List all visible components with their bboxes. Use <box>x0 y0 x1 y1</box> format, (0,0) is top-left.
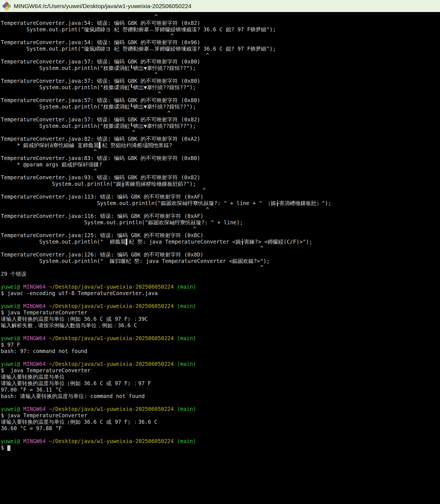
terminal-line <box>1 432 440 438</box>
terminal-line: 请输入要转换的温度与单位（例如 36.6 C 或 97 F）：39C <box>1 316 440 322</box>
terminal-line: $ java TemperatureConverter <box>1 412 440 419</box>
terminal-caret-line: ^ <box>1 91 440 97</box>
terminal-line: TemperatureConverter.java:125: 错误: 编码 GB… <box>1 232 440 239</box>
terminal-line: 36.60 °C = 97.88 °F <box>1 425 440 432</box>
terminal-caret-line: ^ <box>1 187 440 194</box>
terminal-caret-line: ^ <box>1 264 440 271</box>
terminal-line <box>1 296 440 303</box>
terminal-line: 请输入要转换的温度与单位（例如 36.6 C 或 97 F）：97 F <box>1 380 440 387</box>
terminal-line: System.out.println("杈撳叆涓虹┖锛岀▼搴忓皢??鍑恒??")… <box>1 123 440 129</box>
terminal-line: System.out.println("鏂囦欢琛屾牸寮忛敊璇?: " + lin… <box>1 219 440 226</box>
terminal-prompt-line: yuwei@ MINGW64 ~/Desktop/java/w1-yuweixi… <box>1 438 440 444</box>
terminal-prompt-line: yuwei@ MINGW64 ~/Desktop/java/w1-yuweixi… <box>1 335 440 342</box>
terminal-caret-line: ^ <box>1 110 440 116</box>
window-title: MINGW64:/c/Users/yuwei/Desktop/java/w1-y… <box>14 3 191 10</box>
terminal-line: TemperatureConverter.java:93: 错误: 编码 GBK… <box>1 174 440 181</box>
terminal-caret-line: ^ <box>1 13 440 20</box>
terminal-line: TemperatureConverter.java:57: 错误: 编码 GBK… <box>1 97 440 103</box>
terminal-line: $ java TemperatureConverter <box>1 367 440 374</box>
terminal-line: TemperatureConverter.java:113: 错误: 编码 GB… <box>1 194 440 200</box>
terminal-line: $ 97 F <box>1 342 440 348</box>
terminal-line <box>1 399 440 406</box>
terminal-prompt-line: yuwei@ MINGW64 ~/Desktop/java/w1-yuweixi… <box>1 406 440 412</box>
terminal-line: System.out.println("杈撳叆涓虹┖锛岀▼搴忓皢??鍑恒??")… <box>1 103 440 110</box>
terminal-line: * @param args 鍛戒护琛屽弬鏁? <box>1 161 440 168</box>
terminal-line: TemperatureConverter.java:57: 错误: 编码 GBK… <box>1 58 440 65</box>
terminal-cursor[interactable] <box>7 445 10 451</box>
terminal-caret-line: ^ <box>1 206 440 213</box>
terminal-caret-line: ^ <box>1 71 440 78</box>
terminal-line: System.out.println("杈撳叆涓虹┖锛岀▼搴忓皢??鍑恒??")… <box>1 65 440 71</box>
terminal-line: TemperatureConverter.java:57: 错误: 编码 GBK… <box>1 78 440 84</box>
terminal-line: 请输入要转换的温度与单位（例如 36.6 C 或 97 F）：36.6 C <box>1 419 440 425</box>
terminal-caret-line: ^ <box>1 33 440 39</box>
terminal-line: System.out.println("杈撳叆涓虹┖锛岀▼搴忓皢??鍑恒??")… <box>1 84 440 91</box>
terminal-caret-line: ^ <box>1 129 440 136</box>
terminal-line: TemperatureConverter.java:54: 错误: 编码 GBK… <box>1 39 440 46</box>
terminal-line: * 鍛戒护琛屽ā寮忔細鏀 寔鍗曟晨▌杞 嶅鎴栨枃浠舵壒閲忚浆鎹? <box>1 142 440 149</box>
terminal-line: TemperatureConverter.java:54: 错误: 编码 GBK… <box>1 20 440 26</box>
terminal-line: $ javac -encoding utf-8 TemperatureConve… <box>1 290 440 296</box>
titlebar[interactable]: MINGW64:/c/Users/yuwei/Desktop/java/w1-y… <box>0 0 440 12</box>
terminal-line: 97.00 °F = 36.11 °C <box>1 387 440 393</box>
terminal-prompt-line: yuwei@ MINGW64 ~/Desktop/java/w1-yuweixi… <box>1 284 440 290</box>
terminal-line: System.out.print("璇疯緭鍏ヨ 杞 嶅鐨勬俯搴︿笌鍗曚綅锛堜緥濡… <box>1 46 440 52</box>
terminal-line <box>1 354 440 361</box>
terminal-caret-line: ^ <box>1 52 440 58</box>
terminal-line: bash: 97: command not found <box>1 348 440 354</box>
terminal-caret-line: ^ <box>1 149 440 155</box>
terminal-line: System.out.println(" 鎵归噺杞 嶅: java Temper… <box>1 258 440 264</box>
terminal-line: $ <box>1 444 440 451</box>
terminal-line: 请输入要转换的温度与单位 <box>1 374 440 380</box>
terminal-line: TemperatureConverter.java:116: 错误: 编码 GB… <box>1 213 440 219</box>
terminal-line: System.out.print("璇疯緭鍏ヨ 杞 嶅鐨勬俯搴︿笌鍗曚綅锛堜緥濡… <box>1 26 440 33</box>
terminal-line: TemperatureConverter.java:82: 错误: 编码 GBK… <box>1 136 440 142</box>
terminal-prompt-line: yuwei@ MINGW64 ~/Desktop/java/w1-yuweixi… <box>1 361 440 367</box>
terminal-line: 输入解析失败，请按示例输入数值与单位，例如：36.6 C <box>1 322 440 329</box>
terminal-line: 29 个错误 <box>1 271 440 277</box>
terminal-line <box>1 277 440 284</box>
terminal-caret-line: ^ <box>1 168 440 174</box>
terminal-lines: ^TemperatureConverter.java:54: 错误: 编码 GB… <box>1 13 440 451</box>
terminal-line: System.out.println(" 鍗曟晨▌杞 嶅: java Tempe… <box>1 239 440 245</box>
terminal-line <box>1 329 440 335</box>
terminal[interactable]: ^TemperatureConverter.java:54: 错误: 编码 GB… <box>0 12 440 451</box>
terminal-prompt-line: yuwei@ MINGW64 ~/Desktop/java/w1-yuweixi… <box>1 303 440 309</box>
msys2-icon <box>3 2 11 10</box>
terminal-caret-line: ^ <box>1 245 440 251</box>
terminal-caret-line: ^ <box>1 226 440 232</box>
terminal-line: TemperatureConverter.java:57: 错误: 编码 GBK… <box>1 116 440 123</box>
terminal-line: System.out.println("娓╁害鍊煎繀椤绘槸鏁板瓧銆?"); <box>1 181 440 187</box>
terminal-line: TemperatureConverter.java:83: 错误: 编码 GBK… <box>1 155 440 161</box>
terminal-line: TemperatureConverter.java:126: 错误: 编码 GB… <box>1 251 440 258</box>
terminal-line: bash: 请输入要转换的温度与单位: command not found <box>1 393 440 399</box>
terminal-line: $ java TemperatureConverter <box>1 309 440 316</box>
terminal-line: System.out.println("鏂囦欢琛屾牸寮忛敊璇?: " + lin… <box>1 200 440 206</box>
